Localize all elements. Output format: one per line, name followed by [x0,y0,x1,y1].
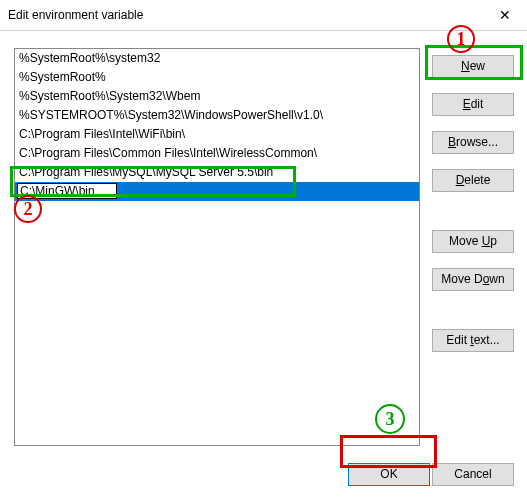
path-edit-input[interactable] [17,183,117,199]
list-item-editing[interactable] [15,182,419,201]
new-button[interactable]: New [432,55,514,78]
window-title: Edit environment variable [8,8,143,22]
move-up-button[interactable]: Move Up [432,230,514,253]
move-down-button[interactable]: Move Down [432,268,514,291]
close-icon[interactable]: ✕ [482,0,527,29]
list-item[interactable]: %SystemRoot% [15,68,419,87]
edit-button[interactable]: Edit [432,93,514,116]
list-item[interactable]: %SystemRoot%\system32 [15,49,419,68]
titlebar: Edit environment variable ✕ [0,0,527,31]
list-item[interactable]: %SystemRoot%\System32\Wbem [15,87,419,106]
browse-button[interactable]: Browse... [432,131,514,154]
list-item[interactable]: %SYSTEMROOT%\System32\WindowsPowerShell\… [15,106,419,125]
edit-text-button[interactable]: Edit text... [432,329,514,352]
path-listbox[interactable]: %SystemRoot%\system32 %SystemRoot% %Syst… [14,48,420,446]
list-item[interactable]: C:\Program Files\Common Files\Intel\Wire… [15,144,419,163]
cancel-button[interactable]: Cancel [432,463,514,486]
dialog-content: %SystemRoot%\system32 %SystemRoot% %Syst… [0,30,527,501]
list-item[interactable]: C:\Program Files\MySQL\MySQL Server 5.5\… [15,163,419,182]
ok-button[interactable]: OK [348,463,430,486]
delete-button[interactable]: Delete [432,169,514,192]
list-item[interactable]: C:\Program Files\Intel\WiFi\bin\ [15,125,419,144]
